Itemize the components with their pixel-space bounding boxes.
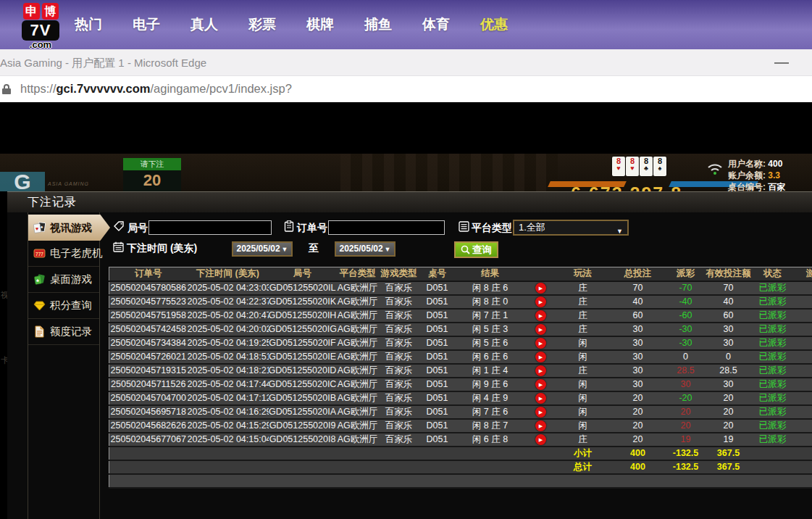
sidebar-item-quota-records[interactable]: 额度记录 bbox=[28, 319, 99, 345]
nav-item-sports[interactable]: 体育 bbox=[422, 15, 450, 34]
replay-cell: ▶ bbox=[525, 391, 557, 405]
cell: 400 bbox=[609, 447, 667, 460]
valid-bet-cell: 60 bbox=[705, 309, 753, 323]
result-cell: 闲 1 庄 4 bbox=[456, 364, 525, 378]
overflow-cell bbox=[793, 433, 812, 447]
overflow-cell bbox=[793, 364, 812, 378]
round-cell: GD051255020IA bbox=[269, 405, 337, 419]
play-icon[interactable]: ▶ bbox=[535, 393, 546, 404]
nav-item-hot[interactable]: 热门 bbox=[75, 15, 102, 34]
round-cell: GD051255020IF bbox=[269, 336, 337, 350]
bet-type-cell: 闲 bbox=[557, 405, 609, 419]
sidebar-item-slot-machines[interactable]: 777 电子老虎机 bbox=[28, 241, 99, 267]
valid-bet-cell: 28.5 bbox=[705, 364, 753, 378]
chevron-down-icon: ▼ bbox=[282, 246, 288, 253]
round-cell: GD051255020I8 bbox=[269, 433, 337, 447]
platform-type-select[interactable]: 1.全部 ▼ bbox=[513, 220, 629, 236]
replay-cell: ▶ bbox=[525, 364, 557, 378]
platform-type-label: 平台类型 bbox=[472, 222, 512, 235]
logo-char-1: 申 bbox=[23, 3, 40, 20]
column-header: 订单号 bbox=[109, 267, 188, 281]
cell bbox=[188, 474, 269, 488]
user-info-panel: 用户名称: 400 账户余额: 3.3 桌台编号: 百家 bbox=[728, 158, 785, 193]
platform-cell: AG欧洲厅 bbox=[337, 350, 379, 364]
table-row: 2505020456826262025-05-02 04:15:29GD0512… bbox=[109, 419, 812, 433]
play-icon[interactable]: ▶ bbox=[535, 434, 546, 445]
column-header: 下注时间 (美东) bbox=[188, 267, 269, 281]
nav-item-lottery[interactable]: 彩票 bbox=[248, 15, 276, 34]
nav-item-board[interactable]: 棋牌 bbox=[306, 15, 334, 34]
table-row: 2505020457260212025-05-02 04:18:51GD0512… bbox=[109, 350, 812, 364]
bet-type-cell: 闲 bbox=[557, 391, 609, 405]
cell bbox=[188, 447, 269, 460]
date-from-select[interactable]: 2025/05/02▼ bbox=[232, 241, 293, 257]
cell bbox=[109, 474, 188, 488]
payout-cell: 19 bbox=[667, 433, 705, 447]
play-icon[interactable]: ▶ bbox=[535, 310, 546, 321]
bet-type-cell: 闲 bbox=[557, 350, 609, 364]
platform-cell: AG欧洲厅 bbox=[337, 405, 379, 419]
logo-7v: 7V bbox=[22, 20, 59, 41]
game-cell: 百家乐 bbox=[379, 281, 419, 295]
sidebar-item-live-games[interactable]: ♠ ♥ 视讯游戏 bbox=[28, 215, 110, 241]
overflow-cell bbox=[793, 336, 812, 350]
round-cell: GD051255020IE bbox=[269, 350, 337, 364]
status-cell: 已派彩 bbox=[753, 281, 793, 295]
play-icon[interactable]: ▶ bbox=[535, 379, 546, 390]
cell bbox=[609, 474, 667, 488]
nav-item-slots[interactable]: 电子 bbox=[133, 15, 160, 34]
game-cell: 百家乐 bbox=[379, 295, 419, 309]
total-bet-cell: 20 bbox=[609, 433, 667, 447]
time-cell: 2025-05-02 04:22:37 bbox=[188, 295, 269, 309]
nav-item-fishing[interactable]: 捕鱼 bbox=[364, 15, 392, 34]
round-cell: GD051255020IL bbox=[269, 281, 337, 295]
balance-label: 账户余额: bbox=[728, 170, 766, 180]
table-header-row: 订单号下注时间 (美东)局号平台类型游戏类型桌号结果玩法总投注派彩有效投注额状态… bbox=[109, 267, 812, 281]
column-header: 局号 bbox=[269, 267, 337, 281]
play-icon[interactable]: ▶ bbox=[535, 352, 546, 362]
game-cell: 百家乐 bbox=[379, 405, 419, 419]
bet-type-cell: 庄 bbox=[557, 281, 609, 295]
nav-item-promo[interactable]: 优惠 bbox=[480, 15, 508, 34]
column-header: 状态 bbox=[753, 267, 793, 281]
play-icon[interactable]: ▶ bbox=[535, 296, 546, 307]
order-cell: 250502045751958 bbox=[109, 309, 188, 323]
asia-gaming-logo: G bbox=[0, 172, 45, 191]
sidebar-item-label: 积分查询 bbox=[50, 299, 92, 312]
time-cell: 2025-05-02 04:19:25 bbox=[188, 336, 269, 350]
time-cell: 2025-05-02 04:17:44 bbox=[188, 378, 269, 391]
play-icon[interactable]: ▶ bbox=[535, 324, 546, 335]
search-button[interactable]: 查询 bbox=[454, 241, 498, 258]
replay-cell: ▶ bbox=[525, 309, 557, 323]
play-icon[interactable]: ▶ bbox=[535, 365, 546, 376]
round-cell: GD051255020IG bbox=[269, 323, 337, 336]
round-number-input[interactable] bbox=[148, 220, 272, 235]
green-cards-icon: ♣ bbox=[33, 273, 46, 286]
status-cell: 已派彩 bbox=[753, 391, 793, 405]
game-cell: 百家乐 bbox=[379, 323, 419, 336]
play-icon[interactable]: ▶ bbox=[535, 420, 546, 431]
browser-url-bar[interactable]: https://gci.7vvvvvv.com/agingame/pcv1/in… bbox=[0, 76, 812, 102]
sidebar-item-points-query[interactable]: 积分查询 bbox=[28, 293, 99, 319]
replay-cell: ▶ bbox=[525, 323, 557, 336]
cell bbox=[525, 474, 557, 488]
play-icon[interactable]: ▶ bbox=[535, 283, 546, 294]
table-row: 2505020457343842025-05-02 04:19:25GD0512… bbox=[109, 336, 812, 350]
table-no-cell: D051 bbox=[419, 295, 456, 309]
cell bbox=[705, 474, 753, 488]
site-logo[interactable]: 申 博 7V .com bbox=[9, 3, 72, 50]
valid-bet-cell: 20 bbox=[705, 405, 753, 419]
play-icon[interactable]: ▶ bbox=[535, 338, 546, 349]
sidebar-item-table-games[interactable]: ♣ 桌面游戏 bbox=[28, 267, 99, 293]
order-cell: 250502045704700 bbox=[109, 391, 188, 405]
play-icon[interactable]: ▶ bbox=[535, 407, 546, 418]
cell bbox=[269, 460, 337, 474]
order-number-input[interactable] bbox=[328, 220, 445, 235]
cell bbox=[753, 474, 793, 488]
minimize-button[interactable] bbox=[768, 55, 797, 72]
browser-title-bar: Asia Gaming - 用户配置 1 - Microsoft Edge bbox=[0, 49, 812, 76]
nav-item-live[interactable]: 真人 bbox=[191, 15, 218, 34]
date-to-select[interactable]: 2025/05/02▼ bbox=[335, 241, 395, 257]
payout-cell: -70 bbox=[667, 281, 705, 295]
date-from-value: 2025/05/02 bbox=[237, 244, 280, 254]
